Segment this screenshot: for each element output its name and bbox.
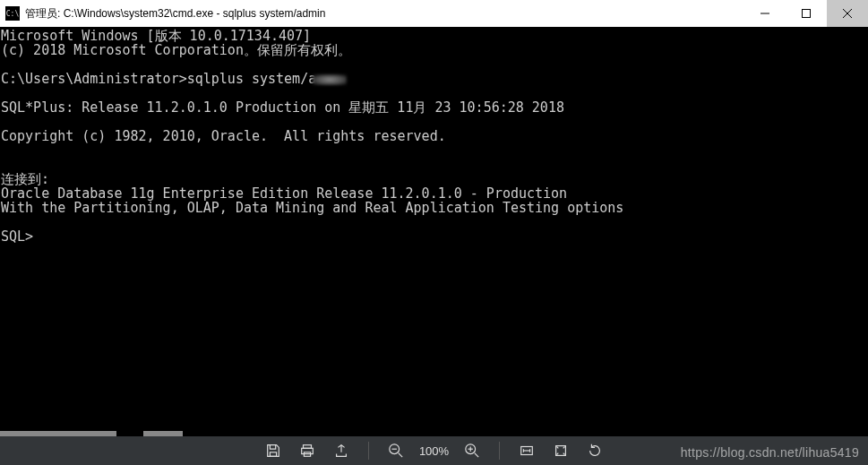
- fit-width-icon[interactable]: [512, 436, 541, 465]
- terminal-line: SQL*Plus: Release 11.2.0.1.0 Production …: [1, 100, 867, 115]
- terminal-line: [1, 86, 867, 100]
- window-controls: [744, 0, 868, 27]
- terminal-line: [1, 57, 867, 72]
- zoom-out-icon[interactable]: [382, 436, 410, 465]
- window-title: 管理员: C:\Windows\system32\cmd.exe - sqlpl…: [25, 6, 744, 22]
- viewer-toolbar: 100% https://blog.csdn.net/lihua5419: [0, 436, 868, 465]
- svg-rect-6: [302, 448, 314, 453]
- zoom-in-icon[interactable]: [458, 436, 486, 465]
- zoom-level: 100%: [416, 444, 452, 458]
- redacted-text: [313, 74, 347, 85]
- rotate-icon[interactable]: [580, 436, 609, 465]
- titlebar: C:\ 管理员: C:\Windows\system32\cmd.exe - s…: [0, 0, 868, 27]
- svg-rect-1: [803, 10, 811, 18]
- separator: [499, 442, 500, 460]
- terminal-line: 连接到:: [1, 172, 867, 186]
- print-icon[interactable]: [293, 436, 322, 465]
- close-button[interactable]: [827, 0, 868, 27]
- terminal-line: C:\Users\Administrator>sqlplus system/a: [1, 72, 867, 86]
- terminal-line: (c) 2018 Microsoft Corporation。保留所有权利。: [1, 43, 867, 57]
- watermark-text: https://blog.csdn.net/lihua5419: [681, 445, 859, 460]
- separator: [368, 442, 369, 460]
- terminal-output[interactable]: Microsoft Windows [版本 10.0.17134.407](c)…: [0, 27, 868, 436]
- svg-line-12: [475, 453, 479, 458]
- terminal-line: [1, 215, 867, 229]
- svg-line-9: [399, 453, 403, 458]
- terminal-line: Oracle Database 11g Enterprise Edition R…: [1, 186, 867, 201]
- terminal-line: Microsoft Windows [版本 10.0.17134.407]: [1, 29, 867, 43]
- terminal-line: [1, 143, 867, 158]
- terminal-line: SQL>: [1, 229, 867, 244]
- maximize-button[interactable]: [786, 0, 827, 27]
- save-icon[interactable]: [259, 436, 288, 465]
- minimize-button[interactable]: [744, 0, 786, 27]
- fit-page-icon[interactable]: [546, 436, 575, 465]
- terminal-line: Copyright (c) 1982, 2010, Oracle. All ri…: [1, 129, 867, 143]
- terminal-line: [1, 115, 867, 129]
- terminal-line: [1, 158, 867, 172]
- share-icon[interactable]: [327, 436, 356, 465]
- terminal-line: With the Partitioning, OLAP, Data Mining…: [1, 201, 867, 215]
- svg-rect-4: [270, 452, 276, 457]
- cmd-icon: C:\: [5, 6, 20, 21]
